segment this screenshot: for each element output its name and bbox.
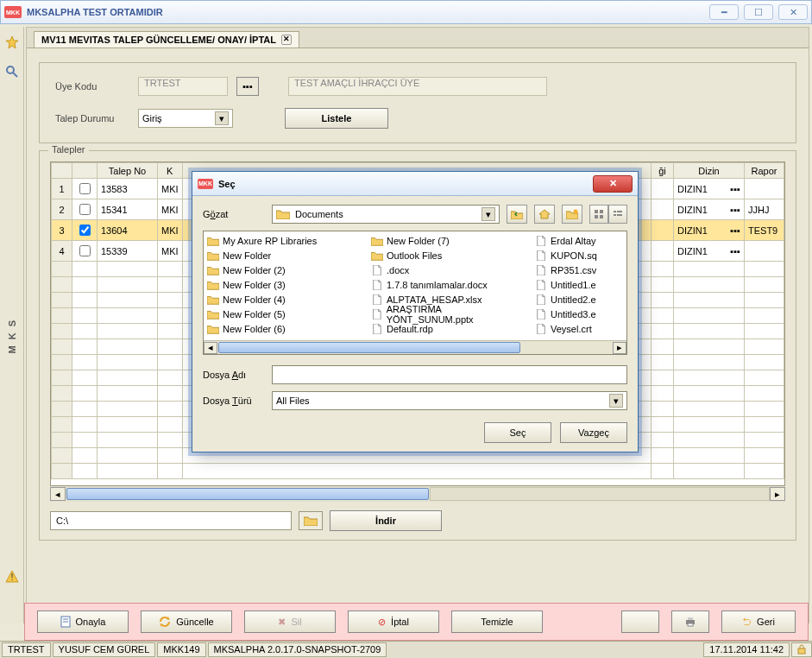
svg-rect-21 bbox=[614, 214, 616, 216]
dosya-turu-combo[interactable]: All Files ▾ bbox=[272, 391, 627, 410]
col-rownum bbox=[52, 163, 72, 179]
maximize-button[interactable]: ☐ bbox=[744, 4, 773, 20]
guncelle-button[interactable]: Güncelle bbox=[141, 611, 232, 633]
file-item[interactable]: Untitled2.e bbox=[533, 292, 625, 307]
dialog-close-button[interactable]: ✕ bbox=[593, 175, 633, 193]
dosya-adi-input[interactable] bbox=[272, 365, 627, 384]
status-datetime: 17.11.2014 11:42 bbox=[703, 642, 790, 657]
new-folder-button[interactable] bbox=[562, 205, 582, 224]
home-button[interactable] bbox=[534, 205, 555, 224]
row-checkbox[interactable] bbox=[72, 199, 98, 220]
col-gi[interactable]: ği bbox=[651, 163, 674, 179]
row-checkbox[interactable] bbox=[72, 220, 98, 241]
file-item[interactable]: New Folder (7) bbox=[369, 233, 530, 248]
svg-rect-15 bbox=[595, 210, 598, 213]
app-logo-icon: MKK bbox=[4, 6, 22, 18]
uye-kodu-lookup-button[interactable]: ▪▪▪ bbox=[236, 77, 259, 96]
file-item[interactable]: New Folder (6) bbox=[205, 321, 366, 336]
file-name: Default.rdp bbox=[387, 324, 433, 334]
file-item[interactable]: KUPON.sq bbox=[533, 248, 625, 263]
scroll-right-icon[interactable]: ▸ bbox=[770, 487, 785, 501]
sec-button[interactable]: Seç bbox=[484, 422, 551, 443]
indir-button[interactable]: İndir bbox=[330, 510, 442, 531]
scroll-track[interactable] bbox=[430, 487, 770, 501]
file-scroll-thumb[interactable] bbox=[218, 342, 520, 353]
file-icon bbox=[535, 309, 547, 320]
folder-icon bbox=[276, 209, 290, 219]
temizle-button[interactable]: Temizle bbox=[451, 611, 543, 633]
col-k[interactable]: K bbox=[158, 163, 183, 179]
dosya-adi-label: Dosya Adı bbox=[203, 370, 265, 380]
file-scroll-right-icon[interactable]: ▸ bbox=[613, 342, 626, 354]
minimize-button[interactable]: ━ bbox=[709, 4, 739, 20]
col-dizin[interactable]: Dizin bbox=[674, 163, 745, 179]
file-scroll-left-icon[interactable]: ◂ bbox=[204, 342, 217, 354]
mini-button-1[interactable] bbox=[621, 611, 659, 633]
file-list-hscroll[interactable]: ◂ ▸ bbox=[204, 340, 626, 354]
file-name: New Folder (4) bbox=[223, 294, 286, 305]
tab-close-icon[interactable]: ✕ bbox=[281, 35, 292, 45]
svg-marker-0 bbox=[6, 36, 18, 48]
file-item[interactable]: My Axure RP Libraries bbox=[205, 233, 366, 248]
file-item[interactable]: New Folder (2) bbox=[205, 263, 366, 277]
file-item[interactable]: New Folder (4) bbox=[205, 292, 366, 307]
close-button[interactable]: ✕ bbox=[778, 4, 808, 20]
file-item[interactable]: ARAŞTIRMA YÖNT_SUNUM.pptx bbox=[369, 307, 530, 321]
row-checkbox[interactable] bbox=[72, 241, 98, 262]
tab-label: MV11 MEVITAS TALEP GÜNCELLEME/ ONAY/ İPT… bbox=[41, 35, 276, 45]
file-item[interactable]: 1.7.8 tanımlamalar.docx bbox=[369, 277, 530, 292]
file-item[interactable]: Veysel.crt bbox=[533, 321, 625, 336]
file-item[interactable]: Untitled1.e bbox=[533, 277, 625, 292]
print-button[interactable] bbox=[671, 611, 709, 633]
file-name: 1.7.8 tanımlamalar.docx bbox=[387, 280, 488, 290]
svg-rect-16 bbox=[600, 210, 603, 213]
file-item[interactable]: New Folder bbox=[205, 248, 366, 263]
file-item[interactable]: .docx bbox=[369, 263, 530, 277]
file-item[interactable]: New Folder (5) bbox=[205, 307, 366, 321]
talepler-legend: Talepler bbox=[48, 144, 89, 155]
grid-hscroll[interactable]: ◂ ▸ bbox=[50, 486, 785, 502]
file-icon bbox=[535, 294, 547, 305]
uye-kodu-label: Üye Kodu bbox=[55, 81, 129, 92]
geri-button[interactable]: ⮌ Geri bbox=[721, 611, 796, 633]
row-num: 3 bbox=[52, 220, 72, 241]
cell-k: MKI bbox=[158, 220, 183, 241]
dialog-title-bar[interactable]: MKK Seç ✕ bbox=[192, 172, 638, 196]
listele-button[interactable]: Listele bbox=[285, 108, 388, 129]
search-icon[interactable] bbox=[5, 65, 19, 79]
file-name: ARAŞTIRMA YÖNT_SUNUM.pptx bbox=[387, 304, 528, 325]
onayla-button[interactable]: Onayla bbox=[37, 611, 129, 633]
printer-icon bbox=[684, 617, 696, 627]
iptal-button[interactable]: ⊘ İptal bbox=[348, 611, 439, 633]
uye-kodu-input[interactable]: TRTEST bbox=[138, 77, 228, 96]
view-list-button[interactable] bbox=[608, 205, 627, 224]
view-icons-button[interactable] bbox=[589, 205, 608, 224]
star-icon[interactable] bbox=[5, 35, 19, 49]
dosya-turu-label: Dosya Türü bbox=[203, 395, 265, 406]
col-talep-no[interactable]: Talep No bbox=[98, 163, 158, 179]
row-num: 1 bbox=[52, 179, 72, 199]
delete-icon: ✖ bbox=[278, 617, 286, 628]
browse-folder-button[interactable] bbox=[299, 511, 323, 530]
scroll-thumb[interactable] bbox=[66, 488, 429, 500]
location-combo[interactable]: Documents ▾ bbox=[272, 205, 500, 224]
up-folder-button[interactable] bbox=[507, 205, 527, 224]
action-bar: Onayla Güncelle ✖ Sil ⊘ İptal Temizle ⮌ … bbox=[24, 603, 809, 641]
scroll-left-icon[interactable]: ◂ bbox=[50, 487, 66, 501]
file-item[interactable]: Outlook Files bbox=[369, 248, 530, 263]
sil-button[interactable]: ✖ Sil bbox=[244, 611, 336, 633]
file-item[interactable]: Untitled3.e bbox=[533, 307, 625, 321]
row-checkbox[interactable] bbox=[72, 179, 98, 199]
file-item[interactable]: New Folder (3) bbox=[205, 277, 366, 292]
vazgec-button[interactable]: Vazgeç bbox=[560, 422, 627, 443]
download-path-input[interactable]: C:\ bbox=[50, 511, 292, 530]
file-item[interactable]: RP351.csv bbox=[533, 263, 625, 277]
file-item[interactable]: Erdal Altay bbox=[533, 233, 625, 248]
file-name: New Folder bbox=[223, 250, 271, 261]
cell-talep-no: 15341 bbox=[98, 199, 158, 220]
col-rapor[interactable]: Rapor bbox=[745, 163, 784, 179]
warning-icon[interactable]: ! bbox=[5, 570, 19, 584]
file-list[interactable]: My Axure RP LibrariesNew FolderNew Folde… bbox=[203, 231, 627, 355]
tab-active[interactable]: MV11 MEVITAS TALEP GÜNCELLEME/ ONAY/ İPT… bbox=[34, 31, 299, 47]
talep-durumu-combo[interactable]: Giriş ▾ bbox=[138, 109, 233, 128]
